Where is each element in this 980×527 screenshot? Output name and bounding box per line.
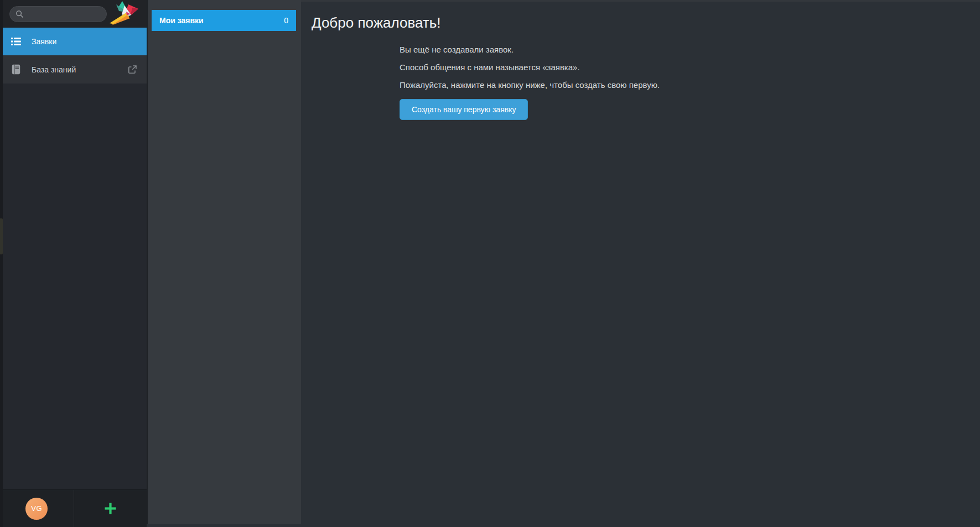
page-title: Добро пожаловать! bbox=[312, 14, 441, 32]
sidebar-item-knowledge-base[interactable]: База знаний bbox=[0, 55, 147, 84]
sidebar-item-label: Заявки bbox=[32, 37, 56, 46]
main-top-edge bbox=[301, 0, 980, 2]
welcome-paragraph: Способ общения с нами называется «заявка… bbox=[400, 62, 660, 72]
sidebar: Заявки База знаний bbox=[0, 0, 147, 527]
app-logo-bird-icon bbox=[110, 1, 141, 27]
welcome-paragraph: Вы ещё не создавали заявок. bbox=[400, 44, 660, 55]
sidebar-bottom-bar: VG bbox=[0, 489, 147, 527]
ticket-filter-my-tickets[interactable]: Мои заявки 0 bbox=[152, 10, 296, 31]
search-input[interactable] bbox=[27, 9, 102, 19]
left-edge-notch bbox=[0, 218, 3, 254]
search-icon bbox=[15, 10, 24, 18]
new-ticket-button[interactable] bbox=[74, 490, 147, 527]
ticket-filter-label: Мои заявки bbox=[159, 16, 204, 25]
ticket-list-column: Мои заявки 0 bbox=[147, 0, 301, 524]
create-first-ticket-button[interactable]: Создать вашу первую заявку bbox=[400, 99, 528, 120]
book-icon bbox=[11, 64, 22, 75]
user-menu[interactable]: VG bbox=[0, 490, 74, 527]
search-field[interactable] bbox=[9, 6, 107, 22]
welcome-text: Вы ещё не создавали заявок. Способ общен… bbox=[400, 44, 660, 97]
external-link-icon bbox=[128, 65, 137, 74]
plus-icon bbox=[104, 502, 117, 515]
sidebar-item-label: База знаний bbox=[32, 65, 76, 74]
left-edge-strip bbox=[0, 0, 3, 527]
sidebar-nav: Заявки База знаний bbox=[0, 28, 147, 84]
welcome-paragraph: Пожалуйста, нажмите на кнопку ниже, чтоб… bbox=[400, 80, 660, 90]
avatar[interactable]: VG bbox=[25, 498, 48, 520]
ticket-list-icon bbox=[11, 37, 22, 46]
sidebar-item-tickets[interactable]: Заявки bbox=[0, 28, 147, 55]
ticket-count-badge: 0 bbox=[284, 16, 288, 25]
sidebar-top bbox=[0, 0, 147, 28]
main-content: Добро пожаловать! Вы ещё не создавали за… bbox=[301, 0, 980, 527]
